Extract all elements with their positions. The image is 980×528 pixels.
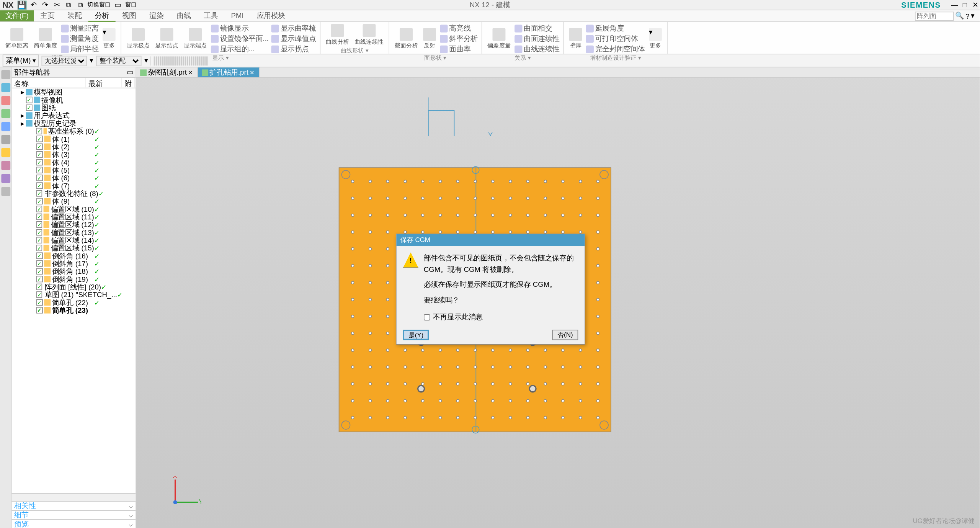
selection-tool-icon[interactable] xyxy=(160,56,161,65)
selection-tool-icon[interactable] xyxy=(154,56,155,65)
ribbon-item[interactable]: 显示峰值点 xyxy=(271,34,316,43)
ribbon-group-label[interactable]: 关系 ▾ xyxy=(486,54,560,62)
history-tab-icon[interactable] xyxy=(1,148,10,157)
axis-handle[interactable] xyxy=(472,166,479,174)
tree-node[interactable]: ✓简单孔 (23) xyxy=(12,306,136,314)
ribbon-item[interactable]: 延展角度 xyxy=(586,23,645,33)
roles-tab-icon[interactable] xyxy=(1,161,10,170)
selection-tool-icon[interactable] xyxy=(179,56,180,65)
axis-handle[interactable] xyxy=(472,426,479,433)
selection-tool-icon[interactable] xyxy=(175,56,176,65)
search-icon[interactable]: 🔍 xyxy=(955,12,964,20)
navigator-pin-icon[interactable]: ▭ xyxy=(127,68,133,77)
selection-tool-icon[interactable] xyxy=(156,56,157,65)
filter-arrow-icon[interactable]: ▾ xyxy=(90,56,93,65)
ribbon-item[interactable]: 完全封闭空间体 xyxy=(586,44,645,54)
ribbon-btn[interactable]: 曲线分析 xyxy=(325,23,351,47)
ribbon-group-label[interactable]: 曲线形状 ▾ xyxy=(325,47,385,55)
selection-tool-icon[interactable] xyxy=(204,56,206,65)
navigator-tree[interactable]: ▸模型视图✓摄像机✓图纸▸用户表达式▸模型历史记录✓基准坐标系 (0)✓✓体 (… xyxy=(12,88,136,494)
selection-tool-icon[interactable] xyxy=(195,56,196,65)
minimize-icon[interactable]: — xyxy=(950,0,959,10)
ribbon-item[interactable]: 测量距离 xyxy=(61,23,98,33)
selection-tool-icon[interactable] xyxy=(191,56,192,65)
ribbon-item[interactable]: 显示拐点 xyxy=(271,44,316,54)
ribbon-item[interactable]: 镜像显示 xyxy=(211,23,269,33)
canvas[interactable]: Y X Y 保存 CGM xyxy=(136,78,980,528)
ribbon-more[interactable]: ▾更多 xyxy=(648,27,663,50)
selection-tool-icon[interactable] xyxy=(187,56,188,65)
ribbon-btn[interactable]: 壁厚 xyxy=(568,27,583,50)
menu-tab-应用模块[interactable]: 应用模块 xyxy=(250,10,292,21)
menu-tab-曲线[interactable]: 曲线 xyxy=(170,10,197,21)
selection-tool-icon[interactable] xyxy=(158,56,159,65)
selection-tool-icon[interactable] xyxy=(166,56,167,65)
tab-close-icon[interactable]: ✕ xyxy=(250,69,255,76)
selection-tool-icon[interactable] xyxy=(185,56,186,65)
undo-icon[interactable]: ↶ xyxy=(29,0,38,10)
search-input[interactable] xyxy=(915,11,954,21)
selection-tool-icon[interactable] xyxy=(177,56,178,65)
menu-dropdown[interactable]: 菜单(M) ▾ xyxy=(3,54,39,67)
dont-show-again[interactable]: 不再显示此消息 xyxy=(397,312,585,326)
selection-tool-icon[interactable] xyxy=(181,56,182,65)
ribbon-item[interactable]: 局部半径 xyxy=(61,44,98,54)
selection-tool-icon[interactable] xyxy=(206,56,207,65)
ribbon-min-icon[interactable]: ▾ xyxy=(971,12,975,20)
switch-window-icon[interactable]: ⧉ xyxy=(76,0,85,10)
ribbon-item[interactable]: 曲面相交 xyxy=(514,23,559,33)
ribbon-btn[interactable]: 显示极点 xyxy=(125,27,151,50)
selection-tool-icon[interactable] xyxy=(193,56,194,65)
ribbon-btn[interactable]: 显示结点 xyxy=(154,27,180,50)
doc-tab[interactable]: 扩孔钻用.prt ✕ xyxy=(198,67,260,77)
ribbon-group-label[interactable]: 面形状 ▾ xyxy=(393,54,477,62)
browser-tab-icon[interactable] xyxy=(1,135,10,144)
ribbon-btn[interactable]: 偏差度量 xyxy=(486,27,512,50)
assembly-filter[interactable]: 整个装配 xyxy=(96,56,142,66)
redo-icon[interactable]: ↷ xyxy=(41,0,50,10)
cut-icon[interactable]: ✂ xyxy=(52,0,62,10)
nav-panel-相关性[interactable]: 相关性⌵ xyxy=(12,501,136,510)
ribbon-item[interactable]: 设置镜像平面... xyxy=(211,34,269,43)
ribbon-btn[interactable]: 显示端点 xyxy=(182,27,208,50)
ribbon-btn[interactable]: 截面分析 xyxy=(393,27,419,50)
selection-filter[interactable]: 无选择过滤器 xyxy=(42,56,87,66)
maximize-icon[interactable]: □ xyxy=(960,0,970,10)
selection-tool-icon[interactable] xyxy=(168,56,169,65)
selection-tool-icon[interactable] xyxy=(201,56,202,65)
no-button[interactable]: 否(N) xyxy=(552,330,578,340)
reuse-tab-icon[interactable] xyxy=(1,109,10,118)
ribbon-btn[interactable]: 反射 xyxy=(422,27,438,50)
ribbon-item[interactable]: 可打印空间体 xyxy=(586,34,645,43)
ribbon-btn[interactable]: 曲线连续性 xyxy=(353,23,385,47)
nav-panel-细节[interactable]: 细节⌵ xyxy=(12,510,136,519)
menu-tab-视图[interactable]: 视图 xyxy=(116,10,143,21)
menu-tab-工具[interactable]: 工具 xyxy=(197,10,224,21)
copy-icon[interactable]: ⧉ xyxy=(64,0,73,10)
navigator-scrollbar[interactable] xyxy=(12,493,136,501)
window-icon[interactable]: ▭ xyxy=(113,0,122,10)
col-latest[interactable]: 最新 xyxy=(86,78,122,87)
constraint-tab-icon[interactable] xyxy=(1,96,10,105)
selection-tool-icon[interactable] xyxy=(203,56,204,65)
tab-close-icon[interactable]: ✕ xyxy=(188,69,193,76)
ribbon-group-label[interactable]: 增材制造设计验证 ▾ xyxy=(568,54,663,62)
save-icon[interactable]: 💾 xyxy=(17,0,26,10)
menu-tab-渲染[interactable]: 渲染 xyxy=(143,10,170,21)
window-label[interactable]: 窗口 xyxy=(125,0,137,10)
selection-tool-icon[interactable] xyxy=(172,56,173,65)
ribbon-btn[interactable]: 简单距离 xyxy=(4,27,30,50)
col-name[interactable]: 名称 xyxy=(12,78,86,87)
menu-tab-主页[interactable]: 主页 xyxy=(34,10,61,21)
ribbon-item[interactable]: 面曲率 xyxy=(440,44,478,54)
ribbon-item[interactable]: 显示曲率梳 xyxy=(271,23,316,33)
ribbon-btn[interactable]: 简单角度 xyxy=(33,27,59,50)
menu-tab-分析[interactable]: 分析 xyxy=(88,10,116,22)
ribbon-item[interactable]: 曲线连续性 xyxy=(514,44,559,54)
navigator-tab-icon[interactable] xyxy=(1,70,10,79)
ribbon-item[interactable]: 曲面连续性 xyxy=(514,34,559,43)
file-menu[interactable]: 文件(F) xyxy=(0,10,34,21)
tools-tab-icon[interactable] xyxy=(1,187,10,196)
menu-tab-装配[interactable]: 装配 xyxy=(61,10,88,21)
ribbon-more[interactable]: ▾更多 xyxy=(101,27,117,50)
